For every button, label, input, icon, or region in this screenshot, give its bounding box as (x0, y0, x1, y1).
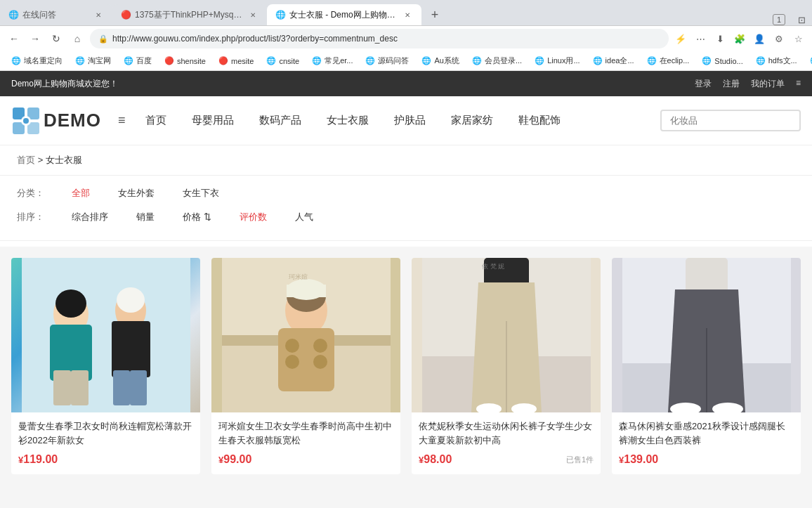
svg-point-9 (55, 289, 86, 318)
breadcrumb-separator: > (38, 155, 46, 165)
back-button[interactable]: ← (6, 30, 22, 47)
url-bar[interactable]: 🔒 http://www.gouwu.com/index.php/product… (90, 29, 669, 48)
category-label: 分类： (17, 187, 52, 200)
tab-1[interactable]: 🌐 在线问答 ✕ (0, 4, 112, 25)
bookmark-taobao[interactable]: 🌐 淘宝网 (70, 54, 117, 67)
product-card-3[interactable]: 依 梵 妮 依梵妮秋季女生运动休闲长裤子女学生少女大童夏装新款初中高 ¥98.0… (412, 258, 601, 474)
tab3-close[interactable]: ✕ (402, 9, 413, 20)
logo-text: DEMO (44, 110, 101, 131)
bookmark-au-icon: 🌐 (421, 56, 431, 65)
nav-women-clothing[interactable]: 女士衣服 (315, 108, 380, 133)
bookmark-cnsite[interactable]: 🌐 cnsite (261, 55, 305, 67)
product-price-2: ¥99.00 (218, 453, 251, 466)
bookmark-source-icon: 🌐 (365, 56, 375, 65)
product-price-4: ¥139.00 (619, 453, 658, 466)
tab1-close[interactable]: ✕ (93, 9, 104, 20)
download-icon[interactable]: ⬇ (712, 31, 728, 46)
bookmark-idea[interactable]: 🌐 idea全... (587, 54, 640, 67)
svg-point-12 (117, 287, 145, 313)
topbar-more[interactable]: ≡ (796, 78, 801, 90)
product-card-2[interactable]: 珂米媗 珂米媗女生卫衣女学生春季时尚高中生初中生春天衣服韩版宽松 ¥99.00 (211, 258, 400, 474)
filter-all[interactable]: 全部 (63, 184, 98, 202)
svg-point-5 (23, 118, 29, 124)
product-card-4[interactable]: 森马休闲裤女垂感2021秋季设计感阔腿长裤潮女生白色西装裤 ¥139.00 (612, 258, 801, 474)
tab-2[interactable]: 🔴 1375基于ThinkPHP+Mysql建... ✕ (112, 4, 267, 25)
bookmark-taobao-icon: 🌐 (75, 56, 85, 65)
tab2-favicon: 🔴 (121, 10, 131, 20)
lightning-icon[interactable]: ⚡ (673, 31, 688, 46)
product-info-3: 依梵妮秋季女生运动休闲长裤子女学生少女大童夏装新款初中高 ¥98.00 已售1件 (412, 412, 601, 474)
bookmark-member[interactable]: 🌐 会员登录... (466, 54, 528, 67)
home-button[interactable]: ⌂ (69, 30, 86, 47)
refresh-button[interactable]: ↻ (48, 30, 65, 47)
site-topbar-title: Demo网上购物商城欢迎您！ (11, 78, 695, 90)
products-grid: 曼蕾女生春季卫衣女时尚秋连帽宽松薄款开衫2022年新款女 ¥119.00 (11, 258, 801, 474)
topbar-register[interactable]: 注册 (723, 78, 740, 90)
forward-button[interactable]: → (27, 30, 44, 47)
tab2-close[interactable]: ✕ (247, 9, 258, 20)
bookmark-mesite-label: mesite (231, 57, 254, 65)
more-button[interactable]: ⋯ (693, 31, 708, 46)
bookmark-eclipse-label: 在eclip... (660, 56, 690, 66)
profile-icon[interactable]: 👤 (752, 31, 767, 46)
extensions-icon[interactable]: 🧩 (732, 31, 747, 46)
hamburger-icon[interactable]: ≡ (118, 113, 126, 128)
bookmark-source[interactable]: 🌐 源码问答 (360, 54, 414, 67)
product-price-3: ¥98.00 (419, 453, 452, 466)
tab3-favicon: 🌐 (275, 10, 285, 20)
site-logo[interactable]: DEMO (11, 106, 101, 136)
bookmark-common[interactable]: 🌐 常见er... (306, 54, 358, 67)
bookmark-resou[interactable]: 🌐 Resou (804, 55, 812, 67)
nav-skincare[interactable]: 护肤品 (383, 108, 437, 133)
tab-3[interactable]: 🌐 女士衣服 - Demo网上购物商... ✕ (267, 4, 421, 25)
bookmark-linux[interactable]: 🌐 Linux用... (529, 54, 585, 67)
breadcrumb-home[interactable]: 首页 (17, 155, 35, 165)
browser-num-badge: 1 (767, 14, 791, 25)
bookmark-mesite[interactable]: 🔴 mesite (213, 55, 259, 67)
product-card-1[interactable]: 曼蕾女生春季卫衣女时尚秋连帽宽松薄款开衫2022年新款女 ¥119.00 (11, 258, 200, 474)
bookmark-au[interactable]: 🌐 Au系统 (416, 54, 464, 67)
bookmark-mesite-icon: 🔴 (218, 56, 228, 65)
svg-point-25 (313, 355, 327, 369)
bookmark-studio[interactable]: 🌐 Studio... (696, 55, 748, 67)
secure-icon: 🔒 (98, 34, 108, 44)
bookmark-domain[interactable]: 🌐 域名重定向 (6, 54, 68, 67)
sort-comprehensive[interactable]: 综合排序 (63, 208, 117, 226)
products-area: 曼蕾女生春季卫衣女时尚秋连帽宽松薄款开衫2022年新款女 ¥119.00 (0, 247, 812, 486)
bookmark-au-label: Au系统 (434, 56, 459, 66)
bookmark-hdfs-label: hdfs文... (768, 56, 797, 66)
star-icon[interactable]: ☆ (791, 31, 806, 46)
bookmark-eclipse[interactable]: 🌐 在eclip... (641, 54, 695, 67)
bookmark-shensite[interactable]: 🔴 shensite (159, 55, 211, 67)
bookmark-hdfs[interactable]: 🌐 hdfs文... (750, 54, 803, 67)
filter-bottom[interactable]: 女生下衣 (174, 184, 228, 202)
bookmark-linux-icon: 🌐 (535, 56, 544, 65)
filter-outer[interactable]: 女生外套 (110, 184, 163, 202)
topbar-orders[interactable]: 我的订单 (751, 78, 785, 90)
svg-rect-15 (113, 370, 130, 405)
bookmark-cnsite-label: cnsite (279, 57, 299, 65)
bookmark-member-label: 会员登录... (485, 56, 522, 66)
sort-filter-row: 排序： 综合排序 销量 价格 ⇅ 评价数 人气 (17, 208, 795, 226)
bookmark-baidu[interactable]: 🌐 百度 (118, 54, 157, 67)
settings-icon[interactable]: ⚙ (771, 31, 787, 46)
sort-reviews[interactable]: 评价数 (231, 208, 275, 226)
product-title-1: 曼蕾女生春季卫衣女时尚秋连帽宽松薄款开衫2022年新款女 (18, 419, 193, 448)
sort-popularity[interactable]: 人气 (287, 208, 322, 226)
sort-sales[interactable]: 销量 (128, 208, 163, 226)
nav-digital[interactable]: 数码产品 (248, 108, 313, 133)
nav-shoes-bags[interactable]: 鞋包配饰 (507, 108, 572, 133)
search-input[interactable] (660, 110, 801, 131)
topbar-login[interactable]: 登录 (695, 78, 712, 90)
bookmark-domain-icon: 🌐 (11, 56, 21, 65)
nav-home-textile[interactable]: 家居家纺 (440, 108, 504, 133)
bookmark-shensite-label: shensite (177, 57, 206, 65)
browser-close-icon[interactable]: ⊡ (791, 15, 812, 25)
nav-home[interactable]: 首页 (134, 108, 178, 133)
new-tab-button[interactable]: + (424, 4, 445, 25)
nav-baby[interactable]: 母婴用品 (181, 108, 245, 133)
svg-point-23 (313, 339, 327, 353)
product-price-row-3: ¥98.00 已售1件 (419, 453, 594, 466)
sort-price[interactable]: 价格 ⇅ (174, 208, 220, 226)
product-price-row-4: ¥139.00 (619, 453, 794, 466)
